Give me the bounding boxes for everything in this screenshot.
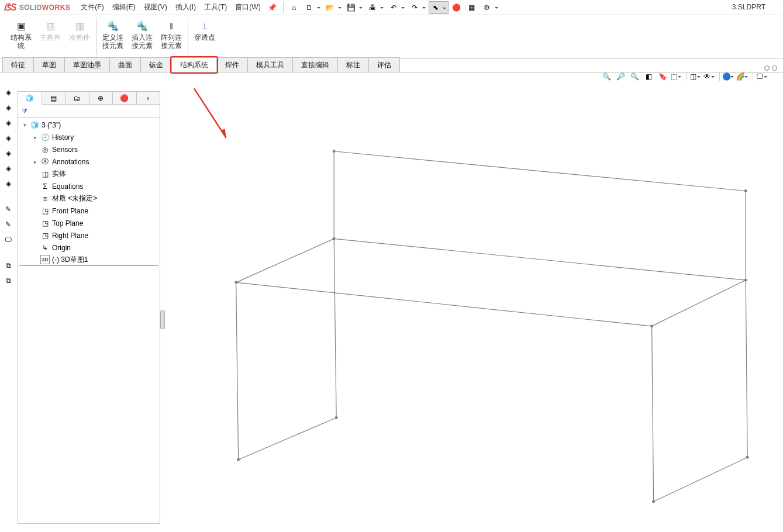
ls-icon-12[interactable]: ⧉ <box>2 275 14 286</box>
menu-file[interactable]: 文件(F) <box>77 1 107 14</box>
separator <box>753 72 753 81</box>
view-orient-icon[interactable]: ⬚ <box>670 70 683 83</box>
menu-window[interactable]: 窗口(W) <box>232 1 264 14</box>
settings-icon[interactable]: ⚙ <box>480 1 500 14</box>
funnel-icon: ⧩ <box>22 107 27 115</box>
ls-icon-11[interactable]: ⧉ <box>2 260 14 271</box>
ls-icon-2[interactable]: ◈ <box>2 102 14 113</box>
tab-sketch[interactable]: 草图 <box>33 57 65 72</box>
tab-directedit[interactable]: 直接编辑 <box>292 57 338 72</box>
origin-icon: ↳ <box>40 243 50 253</box>
svg-line-8 <box>652 280 746 326</box>
pin-icon[interactable]: 📌 <box>265 1 280 14</box>
tab-sheetmetal[interactable]: 钣金 <box>140 57 172 72</box>
insert-conn-icon: 🔩 <box>135 20 149 33</box>
menu-view[interactable]: 视图(V) <box>140 1 171 14</box>
section-view-icon[interactable]: ◧ <box>642 70 655 83</box>
collapse-icon[interactable]: ▾ <box>22 122 27 128</box>
ptab-more[interactable]: › <box>137 92 160 104</box>
ls-icon-8[interactable]: ✎ <box>2 203 14 215</box>
tree-top-plane[interactable]: ◳Top Plane <box>19 217 158 229</box>
save-icon[interactable]: 💾 <box>344 1 364 14</box>
tab-surface[interactable]: 曲面 <box>109 57 141 72</box>
tree-3dsketch1[interactable]: 3D(-) 3D草图1 <box>19 254 158 266</box>
ls-icon-10[interactable]: 🖵 <box>2 234 14 246</box>
ribbon-define-conn[interactable]: 🔩定义连 接元素 <box>100 18 126 58</box>
tree-history[interactable]: ▸🕘History <box>19 131 158 143</box>
logo-swirl-icon: ẞS <box>4 2 17 13</box>
pierce-icon: ⟂ <box>198 20 212 33</box>
ribbon-insert-conn[interactable]: 🔩插入连 接元素 <box>129 18 155 58</box>
ribbon-secondary-member: ▥次构件 <box>67 18 92 58</box>
ptab-property-manager[interactable]: ▤ <box>42 92 66 104</box>
ptab-config-manager[interactable]: 🗂 <box>65 92 89 104</box>
separator <box>719 72 720 81</box>
tree-solid[interactable]: ◫实体 <box>19 168 158 180</box>
tab-weldment[interactable]: 焊件 <box>216 57 248 72</box>
display-style-icon[interactable]: ◫ <box>689 70 702 83</box>
tree-sensors[interactable]: ◎Sensors <box>19 143 158 156</box>
appearance-icon[interactable]: 🔵 <box>723 70 736 83</box>
ls-icon-4[interactable]: ◈ <box>2 132 14 144</box>
menu-tool[interactable]: 工具(T) <box>201 1 230 14</box>
view-toolbar: 🔍 🔎 🔍 ◧ 🔖 ⬚ ◫ 👁 🔵 🌈 🖵 <box>600 70 769 83</box>
dot-icon[interactable] <box>772 65 777 71</box>
scene-icon[interactable]: 🌈 <box>737 70 750 83</box>
ls-icon-6[interactable]: ◈ <box>2 163 14 174</box>
dyn-annot-icon[interactable]: 🔖 <box>656 70 669 83</box>
ls-icon-7[interactable]: ◈ <box>2 178 14 189</box>
structural-system-icon: ▣ <box>14 20 28 33</box>
menu-edit[interactable]: 编辑(E) <box>109 1 139 14</box>
ptab-dimxpert[interactable]: ⊕ <box>89 92 113 104</box>
zoom-area-icon[interactable]: 🔎 <box>614 70 627 83</box>
tree-filter[interactable]: ⧩ <box>18 105 160 118</box>
graphics-viewport[interactable] <box>165 82 783 532</box>
ribbon-pattern-conn[interactable]: ⫴阵列连 接元素 <box>158 18 184 58</box>
pattern-conn-icon: ⫴ <box>164 20 178 33</box>
redo-icon[interactable]: ↷ <box>408 1 427 14</box>
ptab-feature-tree[interactable]: 🧊 <box>18 92 42 105</box>
tab-moldtools[interactable]: 模具工具 <box>247 57 293 72</box>
plane-icon: ◳ <box>40 231 50 240</box>
tree-origin[interactable]: ↳Origin <box>19 241 158 254</box>
ls-icon-5[interactable]: ◈ <box>2 147 14 159</box>
select-icon[interactable]: ⬉ <box>429 1 449 14</box>
ptab-display-manager[interactable]: 🔴 <box>113 92 137 104</box>
tree-front-plane[interactable]: ◳Front Plane <box>19 205 158 217</box>
tab-structural-system[interactable]: 结构系统 <box>171 57 217 72</box>
tab-feature[interactable]: 特征 <box>2 57 34 72</box>
annotations-icon: Ⓐ <box>40 157 50 167</box>
options-icon[interactable]: ▦ <box>465 1 479 14</box>
spacer <box>2 193 14 200</box>
tree-right-plane[interactable]: ◳Right Plane <box>19 229 158 241</box>
view-settings-icon[interactable]: 🖵 <box>756 70 769 83</box>
zoom-fit-icon[interactable]: 🔍 <box>600 70 613 83</box>
ribbon-pierce[interactable]: ⟂穿透点 <box>192 18 218 58</box>
tab-sketchink[interactable]: 草图油墨 <box>64 57 110 72</box>
svg-line-7 <box>236 282 652 326</box>
ls-icon-9[interactable]: ✎ <box>2 219 14 230</box>
open-icon[interactable]: 📂 <box>323 1 343 14</box>
menu-insert[interactable]: 插入(I) <box>172 1 199 14</box>
tab-evaluate[interactable]: 评估 <box>368 57 400 72</box>
tab-annotation[interactable]: 标注 <box>337 57 369 72</box>
expand-icon[interactable]: ▸ <box>32 134 38 140</box>
panel-resize-grip[interactable] <box>160 91 164 524</box>
new-icon[interactable]: 🗋 <box>302 1 322 14</box>
home-icon[interactable]: ⌂ <box>287 1 301 14</box>
hide-show-icon[interactable]: 👁 <box>703 70 716 83</box>
print-icon[interactable]: 🖶 <box>365 1 385 14</box>
ls-icon-3[interactable]: ◈ <box>2 117 14 129</box>
tree-root[interactable]: ▾🧊3 ("3") <box>19 119 158 131</box>
prev-view-icon[interactable]: 🔍 <box>628 70 641 83</box>
svg-line-14 <box>654 457 748 502</box>
define-conn-icon: 🔩 <box>106 20 120 33</box>
ls-icon-1[interactable]: ◈ <box>2 87 14 98</box>
tree-material[interactable]: ≡材质 <未指定> <box>19 192 158 205</box>
expand-icon[interactable]: ▸ <box>32 159 38 165</box>
undo-icon[interactable]: ↶ <box>387 1 406 14</box>
ribbon-structural-system[interactable]: ▣结构系 统 <box>8 18 34 58</box>
tree-equations[interactable]: ΣEquations <box>19 180 158 192</box>
tree-annotations[interactable]: ▸ⒶAnnotations <box>19 156 158 168</box>
rebuild-icon[interactable]: 🔴 <box>450 1 464 14</box>
